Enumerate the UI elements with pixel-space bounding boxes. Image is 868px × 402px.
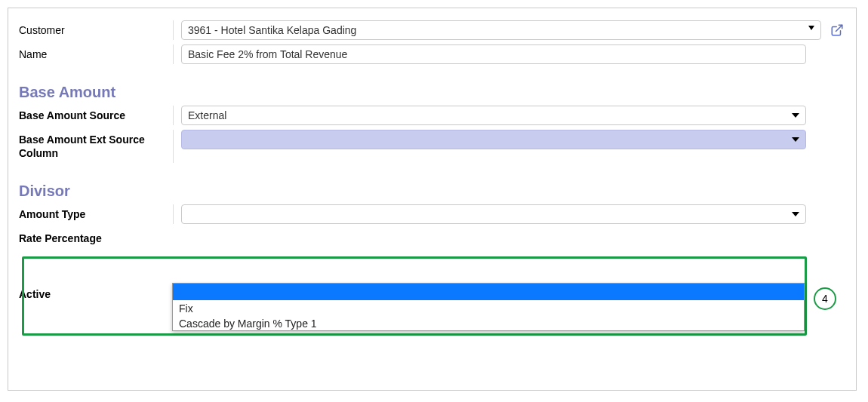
row-name: Name [19, 44, 845, 64]
dropdown-option-fix[interactable]: Fix [173, 300, 804, 315]
base-amount-source-select[interactable]: External [181, 106, 806, 125]
customer-value: 3961 - Hotel Santika Kelapa Gading [188, 24, 356, 36]
name-input-col [174, 44, 845, 64]
amount-type-label: Amount Type [19, 204, 174, 224]
dropdown-option-cascade[interactable]: Cascade by Margin % Type 1 [173, 315, 804, 330]
row-customer: Customer 3961 - Hotel Santika Kelapa Gad… [19, 20, 845, 40]
customer-input-col: 3961 - Hotel Santika Kelapa Gading [174, 20, 845, 40]
external-link-icon[interactable] [829, 22, 845, 38]
svg-line-0 [836, 25, 842, 31]
row-rate-percentage: Rate Percentage [19, 229, 845, 248]
customer-label: Customer [19, 20, 174, 40]
customer-dropdown[interactable]: 3961 - Hotel Santika Kelapa Gading [181, 20, 821, 40]
amount-type-select[interactable] [181, 204, 806, 224]
caret-down-icon [808, 26, 814, 30]
base-amount-ext-col-label: Base Amount Ext Source Column [19, 130, 174, 163]
callout-number: 4 [822, 293, 828, 305]
amount-type-dropdown-list[interactable]: Fix Cascade by Margin % Type 1 [172, 283, 805, 331]
active-label: Active [19, 284, 174, 304]
section-divisor-title: Divisor [19, 183, 845, 200]
name-label: Name [19, 44, 174, 64]
rate-percentage-label: Rate Percentage [19, 229, 174, 248]
base-amount-source-label: Base Amount Source [19, 106, 174, 125]
callout-badge: 4 [814, 287, 836, 310]
row-base-amount-ext-col: Base Amount Ext Source Column [19, 130, 845, 163]
base-amount-ext-col-select[interactable] [181, 130, 806, 149]
name-input[interactable] [181, 44, 806, 64]
amount-type-input-col [174, 204, 845, 224]
base-amount-source-input-col: External [174, 106, 845, 125]
form-panel: Customer 3961 - Hotel Santika Kelapa Gad… [8, 8, 857, 391]
dropdown-option-blank[interactable] [173, 284, 804, 300]
row-amount-type: Amount Type [19, 204, 845, 224]
row-base-amount-source: Base Amount Source External [19, 106, 845, 125]
base-amount-ext-col-input-col [174, 130, 845, 149]
section-base-amount-title: Base Amount [19, 84, 845, 101]
